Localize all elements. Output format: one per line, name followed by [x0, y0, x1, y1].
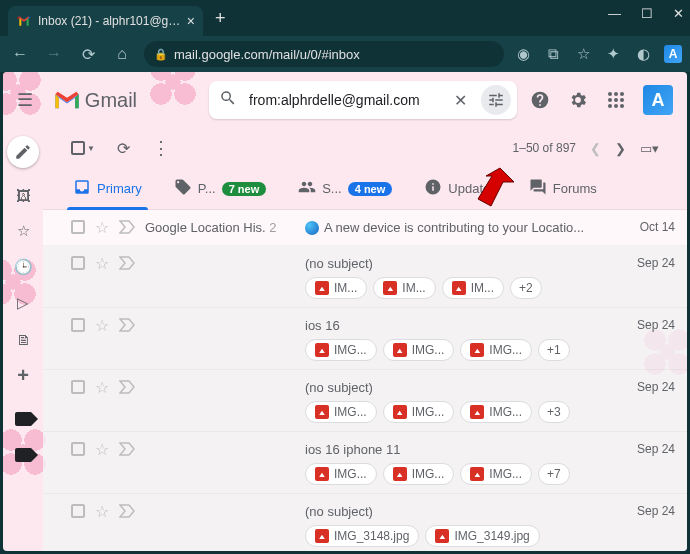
star-icon[interactable]: ☆	[95, 502, 109, 521]
pagination-text: 1–50 of 897	[513, 141, 576, 155]
tab-close-icon[interactable]: ×	[187, 13, 195, 29]
row-checkbox[interactable]	[71, 504, 85, 518]
window-close-icon[interactable]: ✕	[673, 6, 684, 21]
star-icon[interactable]: ☆	[95, 440, 109, 459]
attachment-more[interactable]: +7	[538, 463, 570, 485]
attachment-chip[interactable]: IMG...	[460, 463, 532, 485]
importance-icon[interactable]	[119, 442, 135, 459]
nav-home-icon[interactable]: ⌂	[110, 42, 134, 66]
message-row[interactable]: ☆ios 16 iphone 11IMG...IMG...IMG...+7Sep…	[43, 432, 687, 494]
sidebar-sent-icon[interactable]: ▷	[14, 294, 32, 312]
tab-title: Inbox (21) - alphr101@gmail.co	[38, 14, 181, 28]
bookmark-star-icon[interactable]: ☆	[574, 45, 592, 63]
row-checkbox[interactable]	[71, 256, 85, 270]
nav-reload-icon[interactable]: ⟳	[76, 42, 100, 66]
more-actions-icon[interactable]: ⋮	[152, 137, 170, 159]
message-row[interactable]: ☆Google Location His. 2A new device is c…	[43, 210, 687, 246]
star-icon[interactable]: ☆	[95, 218, 109, 237]
address-bar[interactable]: 🔒 mail.google.com/mail/u/0/#inbox	[144, 41, 504, 67]
sidebar-star-icon[interactable]: ☆	[14, 222, 32, 240]
main-menu-icon[interactable]: ☰	[17, 89, 41, 111]
importance-icon[interactable]	[119, 318, 135, 335]
extensions-icon[interactable]: ✦	[604, 45, 622, 63]
row-checkbox[interactable]	[71, 380, 85, 394]
image-icon	[315, 405, 329, 419]
importance-icon[interactable]	[119, 256, 135, 273]
search-box[interactable]: ✕	[209, 81, 517, 119]
apps-icon[interactable]	[605, 89, 627, 111]
tab-forums[interactable]: Forums	[517, 168, 609, 210]
new-tab-button[interactable]: +	[215, 8, 226, 29]
row-checkbox[interactable]	[71, 442, 85, 456]
settings-icon[interactable]	[567, 89, 589, 111]
chip-label: IMG_3149.jpg	[454, 529, 529, 543]
sidebar-drafts-icon[interactable]: 🗎	[14, 330, 32, 348]
search-clear-icon[interactable]: ✕	[448, 91, 473, 110]
input-tool-icon[interactable]: ▭▾	[640, 141, 659, 156]
attachment-chip[interactable]: IMG...	[305, 339, 377, 361]
share-icon[interactable]: ⧉	[544, 45, 562, 63]
sidebar-label-2[interactable]	[14, 446, 32, 464]
select-all-checkbox[interactable]: ▼	[71, 141, 95, 155]
svg-point-1	[614, 92, 618, 96]
attachment-chip[interactable]: IM...	[442, 277, 504, 299]
star-icon[interactable]: ☆	[95, 378, 109, 397]
search-input[interactable]	[249, 92, 440, 108]
eye-icon[interactable]: ◉	[514, 45, 532, 63]
attachment-chip[interactable]: IMG...	[305, 401, 377, 423]
message-row[interactable]: ☆ios 16IMG...IMG...IMG...+1Sep 24	[43, 308, 687, 370]
svg-point-8	[620, 104, 624, 108]
attachment-chip[interactable]: IMG...	[383, 339, 455, 361]
attachment-chip[interactable]: IM...	[373, 277, 435, 299]
compose-button[interactable]	[7, 136, 39, 168]
attachment-chip[interactable]: IMG...	[383, 401, 455, 423]
subject: (no subject)	[305, 380, 373, 395]
attachment-chip[interactable]: IMG...	[305, 463, 377, 485]
account-icon[interactable]: ◐	[634, 45, 652, 63]
search-options-button[interactable]	[481, 85, 511, 115]
attachment-chip[interactable]: IMG...	[460, 401, 532, 423]
browser-tab[interactable]: Inbox (21) - alphr101@gmail.co ×	[8, 6, 203, 36]
message-row[interactable]: ☆(no subject)IM...IM...IM...+2Sep 24	[43, 246, 687, 308]
attachment-more[interactable]: +1	[538, 339, 570, 361]
svg-point-7	[614, 104, 618, 108]
row-checkbox[interactable]	[71, 220, 85, 234]
account-avatar[interactable]: A	[643, 85, 673, 115]
attachment-chip[interactable]: IMG...	[383, 463, 455, 485]
sidebar-image-icon[interactable]: 🖼	[14, 186, 32, 204]
star-icon[interactable]: ☆	[95, 316, 109, 335]
attachment-chip[interactable]: IMG_3149.jpg	[425, 525, 539, 547]
window-minimize-icon[interactable]: ―	[608, 6, 621, 21]
attachment-more[interactable]: +2	[510, 277, 542, 299]
alphr-extension-icon[interactable]: A	[664, 45, 682, 63]
message-row[interactable]: ☆(no subject)IMG...IMG...IMG...+3Sep 24	[43, 370, 687, 432]
subject: ios 16 iphone 11	[305, 442, 400, 457]
tab-updates[interactable]: Updates	[412, 168, 508, 210]
tab-social[interactable]: S... 4 new	[286, 168, 404, 210]
gmail-logo[interactable]: Gmail	[53, 89, 137, 112]
importance-icon[interactable]	[119, 220, 135, 237]
search-icon[interactable]	[215, 89, 241, 111]
sidebar-add-icon[interactable]: +	[14, 366, 32, 384]
sidebar-label-1[interactable]	[14, 410, 32, 428]
attachment-more[interactable]: +3	[538, 401, 570, 423]
importance-icon[interactable]	[119, 504, 135, 521]
message-row[interactable]: ☆(no subject)IMG_3148.jpgIMG_3149.jpgSep…	[43, 494, 687, 551]
attachment-chip[interactable]: IMG_3148.jpg	[305, 525, 419, 547]
page-next-icon[interactable]: ❯	[615, 141, 626, 156]
support-icon[interactable]	[529, 89, 551, 111]
nav-back-icon[interactable]: ←	[8, 42, 32, 66]
attachment-chip[interactable]: IM...	[305, 277, 367, 299]
refresh-button[interactable]: ⟳	[117, 139, 130, 158]
sidebar-clock-icon[interactable]: 🕒	[14, 258, 32, 276]
attachment-chip[interactable]: IMG...	[460, 339, 532, 361]
tab-promotions[interactable]: P... 7 new	[162, 168, 278, 210]
page-prev-icon[interactable]: ❮	[590, 141, 601, 156]
tab-primary[interactable]: Primary	[61, 168, 154, 210]
image-icon	[470, 343, 484, 357]
importance-icon[interactable]	[119, 380, 135, 397]
nav-forward-icon[interactable]: →	[42, 42, 66, 66]
star-icon[interactable]: ☆	[95, 254, 109, 273]
window-maximize-icon[interactable]: ☐	[641, 6, 653, 21]
row-checkbox[interactable]	[71, 318, 85, 332]
